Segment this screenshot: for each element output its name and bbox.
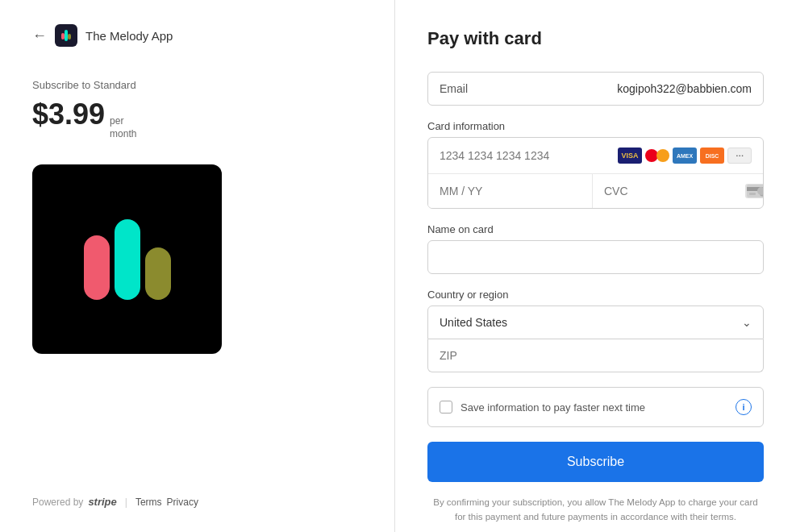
email-field-group: Email kogipoh322@babbien.com	[427, 72, 764, 106]
left-panel: ← The Melody App Subscribe to Standard $…	[0, 0, 395, 532]
bar-center	[115, 219, 140, 300]
country-value: United States	[440, 316, 507, 329]
stripe-logo: stripe	[88, 496, 116, 508]
cvc-card-icon	[745, 184, 764, 198]
cvc-input[interactable]	[604, 185, 745, 197]
amex-icon: AMEX	[673, 148, 697, 164]
svg-rect-4	[747, 187, 764, 191]
terms-link[interactable]: Terms	[135, 497, 162, 508]
save-info-text: Save information to pay faster next time	[461, 401, 727, 414]
save-info-row: Save information to pay faster next time…	[427, 387, 764, 427]
more-cards-icon: ⋯	[727, 148, 752, 164]
country-select[interactable]: United States ⌄	[427, 305, 764, 339]
right-panel: Pay with card Email kogipoh322@babbien.c…	[395, 0, 796, 532]
email-value: kogipoh322@babbien.com	[480, 82, 752, 95]
mastercard-icon	[645, 148, 669, 164]
price-period: per month	[110, 115, 136, 140]
card-icons: VISA AMEX DISC ⋯	[618, 148, 752, 164]
svg-rect-0	[61, 33, 65, 39]
price-amount: $3.99	[32, 98, 105, 131]
left-footer: Powered by stripe | Terms Privacy	[32, 480, 362, 508]
email-row: Email kogipoh322@babbien.com	[427, 72, 764, 106]
bar-right	[145, 247, 171, 300]
app-logo-box	[32, 164, 222, 354]
terms-text: By confirming your subscription, you all…	[427, 495, 764, 525]
expiry-input[interactable]	[428, 174, 593, 208]
email-label: Email	[440, 82, 480, 95]
cvc-row	[593, 174, 764, 208]
card-info-group: Card information VISA AMEX DISC ⋯	[427, 120, 764, 209]
app-title: The Melody App	[85, 29, 173, 43]
card-info-box: VISA AMEX DISC ⋯	[427, 137, 764, 209]
name-on-card-input[interactable]	[427, 240, 764, 274]
subscribe-button[interactable]: Subscribe	[427, 442, 764, 482]
card-info-label: Card information	[427, 120, 764, 132]
name-on-card-group: Name on card	[427, 223, 764, 274]
card-bottom-row	[428, 174, 763, 208]
logo-bars	[84, 219, 171, 300]
subscribe-label: Subscribe to Standard	[32, 79, 362, 91]
privacy-link[interactable]: Privacy	[167, 497, 198, 508]
svg-rect-1	[65, 30, 68, 41]
chevron-down-icon: ⌄	[742, 316, 752, 329]
card-number-row: VISA AMEX DISC ⋯	[428, 138, 763, 174]
pay-title: Pay with card	[427, 28, 764, 49]
card-number-input[interactable]	[440, 149, 618, 162]
svg-rect-2	[68, 34, 71, 39]
payment-container: ← The Melody App Subscribe to Standard $…	[0, 0, 796, 532]
footer-separator: |	[125, 497, 127, 508]
app-icon-small	[55, 24, 77, 47]
name-on-card-label: Name on card	[427, 223, 764, 235]
app-header: ← The Melody App	[32, 24, 362, 47]
bar-left	[84, 235, 110, 300]
country-region-group: Country or region United States ⌄	[427, 289, 764, 372]
back-button[interactable]: ←	[32, 27, 47, 44]
zip-input[interactable]	[427, 339, 764, 372]
visa-icon: VISA	[618, 148, 642, 164]
country-label: Country or region	[427, 289, 764, 301]
save-info-checkbox[interactable]	[440, 401, 452, 414]
powered-by-text: Powered by	[32, 497, 83, 508]
price-row: $3.99 per month	[32, 98, 362, 140]
discover-icon: DISC	[700, 148, 724, 164]
svg-rect-5	[749, 193, 756, 195]
info-icon[interactable]: i	[736, 399, 752, 415]
